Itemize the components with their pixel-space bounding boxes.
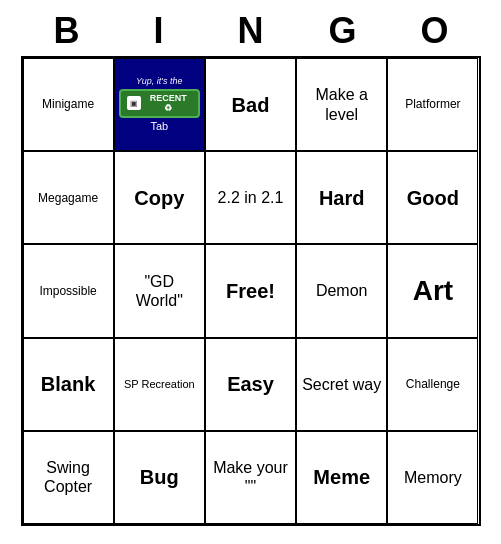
recent-tab-label: RECENT ♻ — [145, 93, 192, 115]
cell-0-2: Bad — [205, 58, 296, 151]
cell-1-4: Good — [387, 151, 478, 244]
bingo-grid: Minigame Yup, it's the ▣ RECENT ♻ Tab Ba… — [21, 56, 481, 526]
bingo-header: B I N G O — [21, 10, 481, 52]
cell-4-1: Bug — [114, 431, 205, 524]
cell-1-2: 2.2 in 2.1 — [205, 151, 296, 244]
letter-g: G — [299, 10, 387, 52]
cell-4-2: Make your "" — [205, 431, 296, 524]
cell-2-2: Free! — [205, 244, 296, 337]
cell-2-3: Demon — [296, 244, 387, 337]
cell-1-1: Copy — [114, 151, 205, 244]
cell-4-3: Meme — [296, 431, 387, 524]
cell-3-3: Secret way — [296, 338, 387, 431]
cell-2-0: Impossible — [23, 244, 114, 337]
cell-0-0: Minigame — [23, 58, 114, 151]
cell-2-1: "GD World" — [114, 244, 205, 337]
cell-0-3: Make a level — [296, 58, 387, 151]
cell-1-3: Hard — [296, 151, 387, 244]
letter-n: N — [207, 10, 295, 52]
letter-b: B — [23, 10, 111, 52]
cell-3-0: Blank — [23, 338, 114, 431]
recent-tab-button[interactable]: ▣ RECENT ♻ — [119, 89, 200, 119]
recent-tab-icon: ▣ — [127, 96, 141, 110]
cell-4-0: Swing Copter — [23, 431, 114, 524]
letter-i: I — [115, 10, 203, 52]
recent-tab-bottom: Tab — [150, 120, 168, 133]
cell-0-4: Platformer — [387, 58, 478, 151]
recent-tab-top: Yup, it's the — [136, 76, 182, 87]
cell-4-4: Memory — [387, 431, 478, 524]
cell-1-0: Megagame — [23, 151, 114, 244]
cell-3-1: SP Recreation — [114, 338, 205, 431]
cell-3-4: Challenge — [387, 338, 478, 431]
cell-0-1: Yup, it's the ▣ RECENT ♻ Tab — [114, 58, 205, 151]
cell-2-4: Art — [387, 244, 478, 337]
letter-o: O — [391, 10, 479, 52]
cell-3-2: Easy — [205, 338, 296, 431]
